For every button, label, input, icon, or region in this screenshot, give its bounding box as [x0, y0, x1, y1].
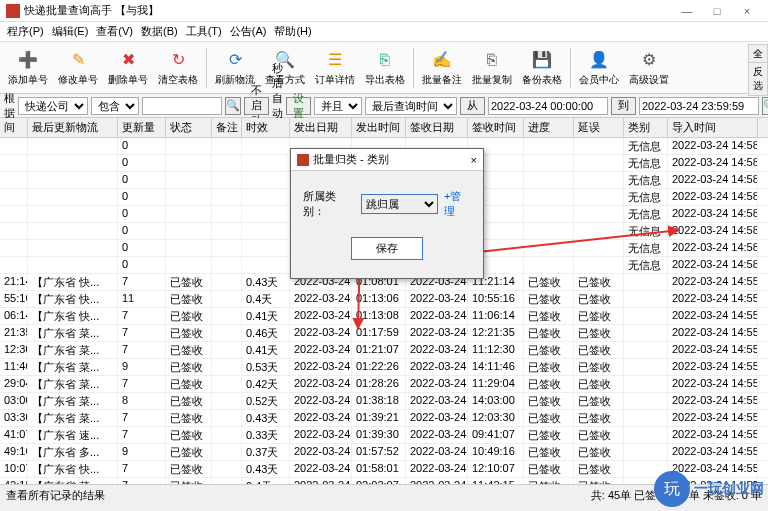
cell: 已签收: [166, 376, 212, 392]
col-header[interactable]: 备注: [212, 118, 242, 137]
menu-item-4[interactable]: 工具(T): [183, 23, 225, 40]
cell: 2022-03-24: [406, 359, 468, 375]
dialog-icon: [297, 154, 309, 166]
toolbar-批量复制[interactable]: ⎘批量复制: [468, 45, 516, 91]
cell: 已签收: [574, 461, 624, 477]
cell: 7: [118, 427, 166, 443]
table-row[interactable]: 41:07【广东省 速...7已签收0.33天2022-03-2401:39:3…: [0, 427, 768, 444]
toolbar-修改单号[interactable]: ✎修改单号: [54, 45, 102, 91]
cell: 11:12:30: [468, 342, 524, 358]
cell: 2022-03-24 14:55: [668, 342, 758, 358]
cell: 0: [118, 223, 166, 239]
col-header[interactable]: 进度: [524, 118, 574, 137]
cell: [28, 240, 118, 256]
toolbar-label: 订单详情: [315, 73, 355, 87]
to-button[interactable]: 到: [611, 97, 636, 115]
col-header[interactable]: 发出时间: [352, 118, 406, 137]
table-row[interactable]: 10:07【广东省 快...7已签收0.43天2022-03-2401:58:0…: [0, 461, 768, 478]
col-header[interactable]: 签收时间: [468, 118, 524, 137]
col-header[interactable]: 间: [0, 118, 28, 137]
col-header[interactable]: 导入时间: [668, 118, 758, 137]
table-row[interactable]: 21:35【广东省 菜...7已签收0.46天2022-03-2401:17:5…: [0, 325, 768, 342]
close-button[interactable]: ×: [732, 5, 762, 17]
toolbar-会员中心[interactable]: 👤会员中心: [575, 45, 623, 91]
toolbar-label: 查看方式: [265, 73, 305, 87]
table-row[interactable]: 42:15【广东省 菜...7已签收0.4天2022-03-2402:02:07…: [0, 478, 768, 484]
col-header[interactable]: 时效: [242, 118, 290, 137]
toolbar-备份表格[interactable]: 💾备份表格: [518, 45, 566, 91]
category-select[interactable]: 跳归属: [361, 194, 437, 214]
toolbar-label: 会员中心: [579, 73, 619, 87]
table-row[interactable]: 03:30【广东省 菜...7已签收0.43天2022-03-2401:39:2…: [0, 410, 768, 427]
table-row[interactable]: 12:30【广东省 菜...7已签收0.41天2022-03-2401:21:0…: [0, 342, 768, 359]
dialog-close-icon[interactable]: ×: [471, 154, 477, 166]
contain-select[interactable]: 包含: [91, 97, 139, 115]
cell: 2022-03-24 14:55: [668, 444, 758, 460]
invert-select-button[interactable]: 反选: [748, 62, 768, 96]
save-button[interactable]: 保存: [351, 237, 423, 260]
menu-item-6[interactable]: 帮助(H): [271, 23, 314, 40]
filter-root-label: 根据: [4, 91, 15, 121]
cell: 已签收: [166, 478, 212, 484]
col-header[interactable]: 状态: [166, 118, 212, 137]
col-header[interactable]: 延误: [574, 118, 624, 137]
manage-link[interactable]: +管理: [444, 189, 471, 219]
company-select[interactable]: 快递公司: [18, 97, 88, 115]
from-button[interactable]: 从: [460, 97, 485, 115]
cell: [0, 172, 28, 188]
search-icon[interactable]: 🔍: [225, 97, 241, 115]
col-header[interactable]: 发出日期: [290, 118, 352, 137]
cell: 已签收: [574, 410, 624, 426]
date-to-input[interactable]: [639, 97, 759, 115]
toolbar-高级设置[interactable]: ⚙高级设置: [625, 45, 673, 91]
table-row[interactable]: 11:46【广东省 菜...9已签收0.53天2022-03-2401:22:2…: [0, 359, 768, 376]
table-row[interactable]: 55:16【广东省 快...11已签收0.4天2022-03-2401:13:0…: [0, 291, 768, 308]
cell: [624, 359, 668, 375]
filter-input[interactable]: [142, 97, 222, 115]
filter-search-icon[interactable]: 🔍: [762, 97, 768, 115]
and-select[interactable]: 并且: [314, 97, 362, 115]
cell: 【广东省 菜...: [28, 325, 118, 341]
col-header[interactable]: 签收日期: [406, 118, 468, 137]
toolbar-查看方式[interactable]: 🔍查看方式: [261, 45, 309, 91]
minimize-button[interactable]: —: [672, 5, 702, 17]
toolbar-删除单号[interactable]: ✖删除单号: [104, 45, 152, 91]
cell: [242, 206, 290, 222]
menu-item-5[interactable]: 公告(A): [227, 23, 270, 40]
toolbar-添加单号[interactable]: ➕添加单号: [4, 45, 52, 91]
toolbar-导出表格[interactable]: ⎘导出表格: [361, 45, 409, 91]
cell: 2022-03-24: [290, 461, 352, 477]
toolbar-订单详情[interactable]: ☰订单详情: [311, 45, 359, 91]
cell: 已签收: [524, 308, 574, 324]
cell: [212, 223, 242, 239]
cell: [212, 359, 242, 375]
settings-button[interactable]: 设置: [286, 97, 311, 115]
menu-item-1[interactable]: 编辑(E): [49, 23, 92, 40]
cell: 12:30: [0, 342, 28, 358]
toolbar-批量备注[interactable]: ✍批量备注: [418, 45, 466, 91]
menu-item-3[interactable]: 数据(B): [138, 23, 181, 40]
table-row[interactable]: 03:00【广东省 菜...8已签收0.52天2022-03-2401:38:1…: [0, 393, 768, 410]
col-header[interactable]: 类别: [624, 118, 668, 137]
col-header[interactable]: 更新量: [118, 118, 166, 137]
lastquery-select[interactable]: 最后查询时间: [365, 97, 457, 115]
table-row[interactable]: 49:16【广东省 多...9已签收0.37天2022-03-2401:57:5…: [0, 444, 768, 461]
cell: 无信息: [624, 189, 668, 205]
table-row[interactable]: 06:14【广东省 快...7已签收0.41天2022-03-2401:13:0…: [0, 308, 768, 325]
date-from-input[interactable]: [488, 97, 608, 115]
cell: 7: [118, 308, 166, 324]
cell: 0: [118, 189, 166, 205]
cell: [166, 155, 212, 171]
nostart-button[interactable]: 不启动: [244, 97, 269, 115]
col-header[interactable]: 最后更新物流: [28, 118, 118, 137]
toolbar-清空表格[interactable]: ↻清空表格: [154, 45, 202, 91]
cell: 06:14: [0, 308, 28, 324]
cell: [0, 240, 28, 256]
cell: 03:30: [0, 410, 28, 426]
menu-item-2[interactable]: 查看(V): [93, 23, 136, 40]
menu-item-0[interactable]: 程序(P): [4, 23, 47, 40]
cell: [166, 172, 212, 188]
table-row[interactable]: 29:04【广东省 菜...7已签收0.42天2022-03-2401:28:2…: [0, 376, 768, 393]
maximize-button[interactable]: □: [702, 5, 732, 17]
toolbar-label: 清空表格: [158, 73, 198, 87]
